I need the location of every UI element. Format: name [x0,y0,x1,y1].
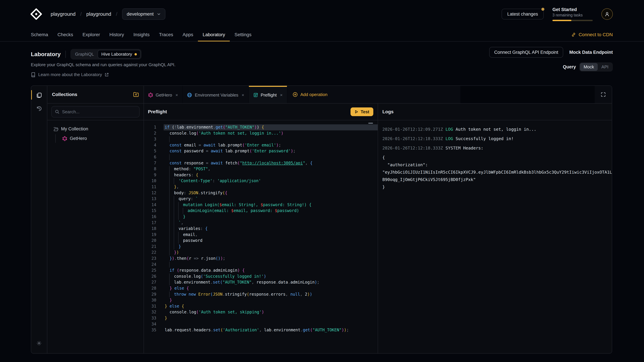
nav-item-settings[interactable]: Settings [230,28,256,41]
top-header: playground / playground / development La… [0,0,644,28]
code-line: 7 const response = await fetch("http://l… [144,160,378,166]
fullscreen-button[interactable] [595,86,612,103]
connect-graphql-endpoint-button[interactable]: Connect GraphQL API Endpoint [489,47,563,58]
code-line: 1if (!lab.environment.get("AUTH_TOKEN"))… [144,124,378,130]
code-line: 12 body: JSON.stringify({ [144,190,378,196]
close-icon[interactable]: × [242,92,244,98]
code-line: 4 const email = await lab.prompt('Enter … [144,142,378,148]
logs-header: Logs [378,104,612,120]
hive-logo-icon[interactable] [30,8,42,20]
toggle-graphiql[interactable]: GraphiQL [72,50,98,58]
collections-rail-icon[interactable] [31,90,47,100]
breadcrumb-sep: / [116,11,117,17]
line-number: 9 [144,172,164,178]
avatar[interactable] [602,8,613,20]
toggle-api[interactable]: API [598,63,612,71]
line-number: 29 [144,292,164,298]
preflight-header: Preflight Test [144,104,378,120]
code-line: 13 query: ` [144,196,378,202]
settings-gear-icon[interactable] [31,339,47,348]
line-number: 3 [144,136,164,142]
code-line: 9 headers: { [144,172,378,178]
nav-item-explorer[interactable]: Explorer [78,28,105,41]
latest-changes-button[interactable]: Latest changes [502,9,544,19]
close-icon[interactable]: × [176,92,178,98]
query-label: Query [563,64,576,69]
code-line: 20 password [144,238,378,244]
active-dot [134,53,137,55]
environment-select[interactable]: development [122,8,165,20]
nav-item-laboratory[interactable]: Laboratory [198,28,230,41]
breadcrumb-org[interactable]: playground [51,11,76,17]
history-rail-icon[interactable] [31,104,47,113]
line-number: 31 [144,303,164,309]
breadcrumb-project[interactable]: playground [86,11,111,17]
search-input[interactable]: Search... [51,106,140,117]
line-number: 27 [144,279,164,285]
book-icon [31,72,36,77]
line-number: 7 [144,160,164,166]
line-number: 13 [144,196,164,202]
line-number: 26 [144,274,164,280]
expand-icon [601,92,606,97]
mock-data-endpoint-button[interactable]: Mock Data Endpoint [569,50,613,55]
add-operation-button[interactable]: Add operation [287,86,460,103]
line-number: 19 [144,232,164,238]
code-line: 10 'Content-Type': 'application/json' [144,178,378,184]
line-number: 10 [144,178,164,184]
line-number: 24 [144,262,164,268]
nav-item-history[interactable]: History [105,28,129,41]
code-line: 15 adminLogin(email: $email, password: $… [144,208,378,214]
code-editor[interactable]: 1if (!lab.environment.get("AUTH_TOKEN"))… [144,120,378,353]
line-number: 14 [144,202,164,208]
line-number: 16 [144,214,164,220]
learn-more-link[interactable]: Learn more about the Laboratory [31,72,613,77]
code-line: 6 [144,154,378,160]
nav-item-traces[interactable]: Traces [154,28,178,41]
line-number: 22 [144,250,164,256]
get-started-widget[interactable]: Get Started 3 remaining tasks [552,7,593,21]
log-json-line: "eyJhbGciOiJIUzI1NiIsInR5cCI6IkpXVCJ9.ey… [382,169,612,176]
resize-handle[interactable] [368,123,373,124]
code-line: 24 [144,262,378,268]
connect-to-cdn-link[interactable]: Connect to CDN [571,32,613,37]
close-icon[interactable]: × [280,92,282,98]
line-number: 17 [144,220,164,226]
breadcrumb: playground / playground / development [30,8,165,20]
add-folder-icon[interactable] [133,92,139,97]
line-number: 6 [144,154,164,160]
get-started-progressbar [552,20,593,21]
code-line: 2 console.log('Auth token not set, loggi… [144,130,378,136]
tab-gethero[interactable]: GetHero× [144,86,182,103]
code-line: 32 console.log('Auth token set, skipping… [144,309,378,315]
line-number: 1 [144,124,164,130]
nav-item-checks[interactable]: Checks [53,28,78,41]
collections-search-row: Search... [47,104,144,120]
folder-open-icon [53,127,58,131]
code-line: 11 }, [144,184,378,190]
line-number: 5 [144,148,164,154]
line-number: 23 [144,256,164,262]
line-number: 18 [144,226,164,232]
line-number: 20 [144,238,164,244]
code-line: 26 console.log('Successfully logged in!'… [144,274,378,280]
nav-item-schema[interactable]: Schema [26,28,53,41]
code-line: 34 [144,321,378,327]
collection-folder[interactable]: My Collection [51,125,140,133]
toggle-hive-laboratory[interactable]: Hive Laboratory [98,50,140,58]
line-number: 2 [144,130,164,136]
toggle-mock[interactable]: Mock [580,63,598,71]
log-entry: 2026-01-26T12:12:09.271Z LOG Auth token … [382,126,612,133]
tab-preflight[interactable]: Preflight× [249,86,287,103]
line-number: 25 [144,268,164,274]
nav-item-insights[interactable]: Insights [129,28,154,41]
test-button[interactable]: Test [350,107,373,116]
operation-gethero[interactable]: GetHero [60,134,140,143]
code-line: 18 variables: { [144,226,378,232]
tab-environment-variables[interactable]: Environment Variables× [183,86,248,103]
graphql-icon [148,92,153,97]
get-started-subtitle: 3 remaining tasks [552,13,593,17]
divider [66,51,66,58]
preflight-title: Preflight [148,109,167,114]
nav-item-apps[interactable]: Apps [178,28,198,41]
